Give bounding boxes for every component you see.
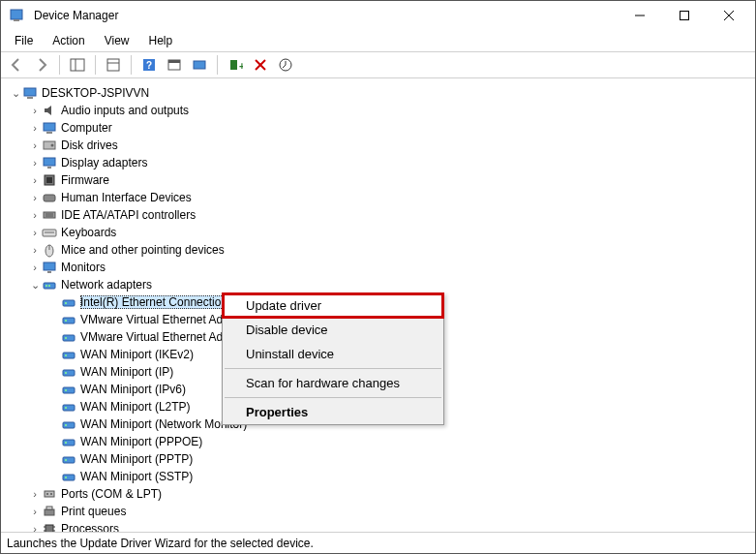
mouse-icon: [42, 242, 57, 258]
tree-device[interactable]: WAN Miniport (PPTP): [7, 450, 755, 468]
show-hide-tree-button[interactable]: [66, 53, 89, 77]
tree-category-label: Print queues: [61, 505, 126, 518]
expander-icon[interactable]: [28, 191, 42, 204]
svg-point-64: [65, 477, 67, 478]
back-button[interactable]: [5, 53, 28, 77]
expander-icon[interactable]: [28, 208, 42, 222]
svg-point-42: [48, 285, 50, 287]
tree-device-label: WAN Miniport (PPPOE): [80, 435, 202, 448]
help-button[interactable]: ?: [137, 53, 161, 77]
expander-icon[interactable]: [28, 278, 42, 292]
context-menu-item[interactable]: Disable device: [223, 318, 443, 342]
svg-rect-21: [27, 97, 33, 99]
hid-icon: [42, 190, 57, 205]
svg-rect-55: [63, 405, 75, 411]
tree-category[interactable]: Ports (COM & LPT): [7, 485, 755, 503]
expander-icon[interactable]: [28, 226, 42, 239]
cpu-icon: [42, 521, 57, 532]
tree-category-label: Mice and other pointing devices: [61, 243, 225, 257]
expander-icon[interactable]: [28, 243, 42, 257]
context-menu-item[interactable]: Update driver: [223, 293, 443, 318]
tree-category[interactable]: Audio inputs and outputs: [7, 102, 755, 119]
expander-icon[interactable]: [28, 522, 42, 532]
tree-category[interactable]: Firmware: [7, 171, 755, 189]
tree-root[interactable]: DESKTOP-JSPIVVN: [7, 84, 755, 102]
svg-rect-49: [63, 353, 75, 358]
tree-device-label: WAN Miniport (L2TP): [80, 400, 191, 414]
svg-rect-53: [63, 387, 75, 393]
menu-action[interactable]: Action: [43, 32, 94, 49]
tree-device-label: Intel(R) Ethernet Connection: [80, 295, 227, 309]
tree-category-label: Keyboards: [61, 226, 116, 239]
window-title: Device Manager: [34, 9, 618, 22]
tree-category[interactable]: Monitors: [7, 259, 755, 276]
update-button[interactable]: [274, 53, 297, 77]
svg-rect-47: [63, 335, 75, 341]
expander-icon[interactable]: [28, 487, 42, 501]
expander-icon[interactable]: [28, 138, 42, 152]
scan-hardware-button[interactable]: [188, 53, 211, 77]
tree-category[interactable]: Network adapters: [7, 276, 755, 293]
add-legacy-button[interactable]: +: [224, 53, 247, 77]
tree-category[interactable]: Print queues: [7, 503, 755, 520]
maximize-button[interactable]: [662, 1, 707, 30]
svg-rect-6: [71, 59, 84, 71]
tree-category-label: Network adapters: [61, 278, 152, 292]
keyboard-icon: [42, 225, 57, 240]
svg-rect-70: [45, 525, 53, 532]
nic-icon: [61, 347, 76, 362]
expander-placeholder: [47, 295, 61, 309]
svg-rect-63: [63, 475, 75, 480]
svg-rect-51: [63, 370, 75, 376]
svg-rect-29: [46, 177, 52, 183]
svg-point-44: [65, 302, 67, 304]
window-button[interactable]: [163, 53, 186, 77]
window-controls: [618, 1, 751, 30]
tree-category[interactable]: IDE ATA/ATAPI controllers: [7, 206, 755, 224]
tree-category[interactable]: Display adapters: [7, 154, 755, 171]
expander-icon[interactable]: [28, 121, 42, 135]
svg-point-66: [46, 493, 48, 495]
titlebar: Device Manager: [1, 1, 755, 30]
tree-category[interactable]: Disk drives: [7, 137, 755, 154]
properties-button[interactable]: [102, 53, 125, 77]
context-menu: Update driverDisable deviceUninstall dev…: [222, 292, 444, 425]
tree-category[interactable]: Mice and other pointing devices: [7, 241, 755, 259]
expander-icon[interactable]: [28, 104, 42, 117]
tree-root-label: DESKTOP-JSPIVVN: [42, 86, 149, 100]
uninstall-button[interactable]: [249, 53, 272, 77]
expander-icon[interactable]: [28, 505, 42, 518]
tree-category[interactable]: Keyboards: [7, 224, 755, 241]
tree-category[interactable]: Computer: [7, 119, 755, 137]
tree-device[interactable]: WAN Miniport (SSTP): [7, 468, 755, 485]
expander-icon[interactable]: [28, 261, 42, 274]
expander-placeholder: [47, 383, 61, 396]
tree-device[interactable]: WAN Miniport (PPPOE): [7, 433, 755, 450]
expander-icon[interactable]: [28, 156, 42, 169]
svg-rect-65: [45, 491, 54, 497]
svg-point-50: [65, 354, 67, 356]
menu-view[interactable]: View: [95, 32, 139, 49]
toolbar-separator: [131, 55, 132, 75]
close-button[interactable]: [707, 1, 751, 30]
port-icon: [42, 486, 57, 502]
tree-category-label: Ports (COM & LPT): [61, 487, 162, 501]
context-menu-item[interactable]: Scan for hardware changes: [223, 371, 443, 395]
tree-category[interactable]: Processors: [7, 520, 755, 532]
menu-file[interactable]: File: [5, 32, 43, 49]
expander-icon[interactable]: [28, 173, 42, 187]
forward-button[interactable]: [30, 53, 53, 77]
svg-rect-38: [44, 262, 55, 270]
expander-placeholder: [47, 452, 61, 466]
context-menu-item[interactable]: Uninstall device: [223, 342, 443, 366]
menu-help[interactable]: Help: [139, 32, 183, 49]
disk-icon: [42, 138, 57, 153]
context-menu-item[interactable]: Properties: [223, 400, 443, 424]
expander-icon[interactable]: [9, 86, 22, 100]
nic-icon: [61, 329, 76, 345]
svg-point-67: [50, 493, 52, 495]
nic-icon: [61, 469, 76, 484]
tree-category[interactable]: Human Interface Devices: [7, 189, 755, 206]
minimize-button[interactable]: [618, 1, 662, 30]
tree-category-label: Audio inputs and outputs: [61, 104, 189, 117]
